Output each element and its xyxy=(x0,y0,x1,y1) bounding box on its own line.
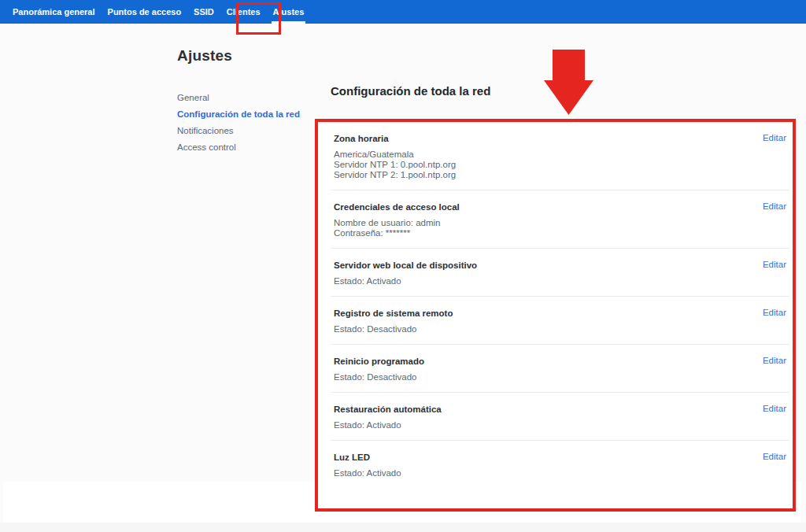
settings-row-title: Zona horaria xyxy=(334,134,783,144)
edit-link[interactable]: Editar xyxy=(763,201,786,211)
settings-row-line: Servidor NTP 2: 1.pool.ntp.org xyxy=(334,170,783,180)
settings-row-line: Servidor NTP 1: 0.pool.ntp.org xyxy=(334,160,783,170)
settings-row-title: Servidor web local de dispositivo xyxy=(334,260,783,271)
settings-row: Servidor web local de dispositivoEstado:… xyxy=(331,248,789,296)
settings-row-line: America/Guatemala xyxy=(334,150,783,160)
settings-row-title: Credenciales de acceso local xyxy=(334,202,783,212)
settings-row-title: Registro de sistema remoto xyxy=(334,308,783,319)
edit-link[interactable]: Editar xyxy=(763,404,786,413)
nav-tab-0[interactable]: Panorámica general xyxy=(6,0,102,24)
edit-link[interactable]: Editar xyxy=(763,260,786,269)
footer-strip xyxy=(0,523,806,532)
settings-row-title: Restauración automática xyxy=(334,405,783,415)
settings-row-line: Estado: Desactivado xyxy=(334,372,783,382)
sidebar-item-0[interactable]: General xyxy=(177,93,311,103)
page-title: Ajustes xyxy=(177,47,232,65)
edit-link[interactable]: Editar xyxy=(763,356,786,365)
settings-row: Reinicio programadoEstado: DesactivadoEd… xyxy=(331,344,789,392)
nav-tab-1[interactable]: Puntos de acceso xyxy=(102,0,188,24)
edit-link[interactable]: Editar xyxy=(763,452,786,461)
top-nav: Panorámica generalPuntos de accesoSSIDCl… xyxy=(0,0,806,24)
nav-tab-4[interactable]: Ajustes xyxy=(267,0,311,24)
settings-row: Restauración automáticaEstado: ActivadoE… xyxy=(331,392,789,440)
edit-link[interactable]: Editar xyxy=(763,308,786,317)
sidebar-item-1[interactable]: Configuración de toda la red xyxy=(177,109,311,120)
edit-link[interactable]: Editar xyxy=(763,133,786,142)
settings-sidebar: GeneralConfiguración de toda la redNotif… xyxy=(177,93,311,159)
sidebar-item-3[interactable]: Access control xyxy=(177,142,311,153)
settings-row: Registro de sistema remotoEstado: Desact… xyxy=(331,296,789,344)
nav-tab-2[interactable]: SSID xyxy=(187,0,220,24)
settings-row: Zona horariaAmerica/GuatemalaServidor NT… xyxy=(331,122,789,190)
settings-row: Luz LEDEstado: ActivadoEditar xyxy=(331,440,789,510)
nav-tab-3[interactable]: Clientes xyxy=(220,0,267,24)
settings-row-line: Estado: Activado xyxy=(334,468,783,478)
settings-row: Credenciales de acceso localNombre de us… xyxy=(331,190,789,248)
settings-row-title: Luz LED xyxy=(334,453,783,463)
settings-row-title: Reinicio programado xyxy=(334,357,783,367)
settings-row-line: Contraseña: ******* xyxy=(334,228,783,238)
settings-row-line: Estado: Activado xyxy=(334,420,783,430)
sidebar-item-2[interactable]: Notificaciones xyxy=(177,126,311,136)
settings-row-line: Estado: Activado xyxy=(334,276,783,286)
section-heading: Configuración de toda la red xyxy=(331,84,490,98)
settings-row-line: Estado: Desactivado xyxy=(334,324,783,334)
settings-row-line: Nombre de usuario: admin xyxy=(334,218,783,228)
settings-list: Zona horariaAmerica/GuatemalaServidor NT… xyxy=(315,119,796,512)
